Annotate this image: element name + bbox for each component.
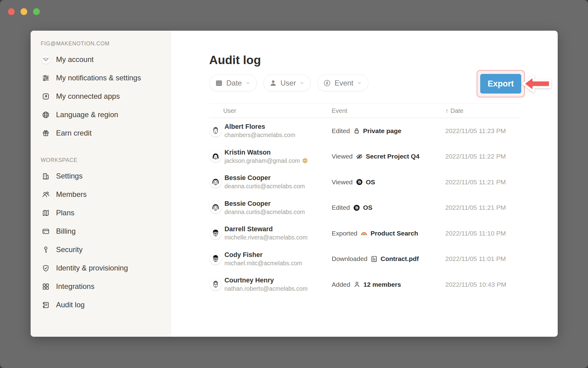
sliders-icon — [40, 74, 51, 82]
close-button[interactable] — [8, 8, 15, 15]
sidebar-item-label: Earn credit — [56, 129, 92, 137]
annotation-arrow-icon — [521, 73, 552, 94]
user-name: Albert Flores — [224, 123, 295, 131]
user-cell: Bessie Cooper deanna.curtis@acmelabs.com — [209, 174, 332, 190]
avatar — [210, 253, 221, 265]
user-avatar — [40, 56, 51, 64]
event-verb: Edited — [332, 127, 350, 135]
rainbow-icon — [360, 229, 368, 237]
chevron-down-icon — [357, 80, 362, 86]
filter-bar: Date User Event — [209, 75, 368, 91]
shield-check-icon — [40, 264, 51, 272]
user-name: Bessie Cooper — [224, 200, 305, 208]
globe-icon — [40, 111, 51, 119]
event-object: OS — [363, 204, 372, 211]
audit-log-table: User Event ↑ Date Albert Flores chambers… — [209, 103, 521, 297]
event-cell: Downloaded Contract.pdf — [332, 255, 445, 263]
date-filter-button[interactable]: Date — [209, 75, 257, 91]
user-name: Kristin Watson — [224, 149, 308, 156]
bolt-circle-icon — [323, 79, 331, 87]
user-filter-button[interactable]: User — [263, 75, 311, 91]
user-cell: Darrell Steward michelle.rivera@acmelabs… — [209, 225, 332, 241]
audit-log-panel: Audit log Date User Event — [172, 31, 558, 337]
workspace-section-heading: WORKSPACE — [41, 155, 172, 166]
minimize-button[interactable] — [21, 8, 27, 15]
sidebar-item-label: Billing — [56, 227, 76, 236]
eye-slash-icon — [356, 153, 363, 160]
sidebar-item-my-account[interactable]: My account — [31, 50, 172, 69]
sidebar-item-billing[interactable]: Billing — [31, 222, 172, 240]
chevron-down-icon — [245, 80, 251, 86]
event-object: Product Search — [371, 230, 418, 237]
user-name: Cody Fisher — [224, 251, 302, 259]
table-row: Bessie Cooper deanna.curtis@acmelabs.com… — [209, 195, 521, 221]
avatar — [210, 176, 221, 188]
sidebar-item-settings[interactable]: Settings — [31, 167, 172, 185]
table-row: Kristin Watson jackson.graham@gmail.com … — [209, 144, 521, 170]
event-cell: Edited OS — [332, 204, 445, 212]
event-date: 2022/11/05 11:01 PM — [445, 255, 521, 263]
event-cell: Exported Product Search — [332, 229, 445, 237]
table-row: Bessie Cooper deanna.curtis@acmelabs.com… — [209, 169, 521, 195]
user-name: Courtney Henry — [224, 277, 307, 284]
sidebar-item-label: Plans — [56, 209, 74, 217]
sidebar-item-label: Settings — [56, 172, 83, 180]
account-email-heading: FIG@MAKENOTION.COM — [41, 40, 172, 47]
settings-sidebar: FIG@MAKENOTION.COM My account My notific… — [31, 31, 172, 337]
chevron-down-icon — [299, 80, 304, 86]
table-row: Courtney Henry nathan.roberts@acmelabs.c… — [209, 272, 521, 297]
sidebar-item-earn-credit[interactable]: Earn credit — [31, 124, 172, 142]
event-verb: Downloaded — [332, 255, 368, 263]
column-header-event: Event — [332, 107, 445, 114]
event-date: 2022/11/05 11:21 PM — [445, 204, 521, 211]
person-icon — [269, 79, 277, 87]
sidebar-item-label: My account — [56, 55, 94, 64]
event-cell: Viewed Secret Project Q4 — [332, 153, 445, 160]
sort-ascending-icon: ↑ — [445, 107, 448, 114]
user-cell: Courtney Henry nathan.roberts@acmelabs.c… — [209, 277, 332, 292]
avatar — [210, 202, 221, 213]
column-header-date[interactable]: ↑ Date — [445, 107, 521, 114]
person-icon — [353, 281, 361, 288]
sidebar-item-connected-apps[interactable]: My connected apps — [31, 87, 172, 105]
user-cell: Cody Fisher michael.mitc@acmelabs.com — [209, 251, 332, 267]
avatar — [210, 279, 221, 290]
table-row: Cody Fisher michael.mitc@acmelabs.com Do… — [209, 246, 521, 272]
zoom-button[interactable] — [33, 8, 40, 15]
sidebar-item-integrations[interactable]: Integrations — [31, 277, 172, 296]
sidebar-item-members[interactable]: Members — [31, 185, 172, 204]
event-date: 2022/11/05 11:22 PM — [445, 153, 521, 160]
sidebar-item-label: Audit log — [56, 301, 85, 309]
scroll-icon — [40, 301, 51, 309]
event-verb: Exported — [332, 230, 357, 237]
event-filter-button[interactable]: Event — [317, 75, 368, 91]
sidebar-item-audit-log[interactable]: Audit log — [31, 296, 172, 314]
avatar — [210, 125, 221, 137]
export-highlight-annotation: Export — [477, 70, 525, 98]
sidebar-item-language-region[interactable]: Language & region — [31, 105, 172, 124]
sidebar-item-plans[interactable]: Plans — [31, 204, 172, 222]
event-cell: Viewed OS — [332, 178, 445, 186]
user-name: Darrell Steward — [224, 225, 307, 233]
user-email: nathan.roberts@acmelabs.com — [224, 285, 307, 292]
sidebar-item-security[interactable]: Security — [31, 240, 172, 259]
gift-icon — [40, 129, 51, 137]
sidebar-item-notifications-settings[interactable]: My notifications & settings — [31, 69, 172, 87]
guest-globe-icon — [302, 158, 308, 164]
window-controls — [8, 8, 40, 15]
grid-icon — [40, 282, 51, 291]
event-verb: Added — [332, 281, 350, 288]
event-date: 2022/11/05 11:23 PM — [445, 127, 521, 135]
credit-card-icon — [40, 227, 51, 236]
sidebar-item-identity-provisioning[interactable]: Identity & provisioning — [31, 259, 172, 277]
lock-icon — [353, 127, 360, 135]
event-object: Private page — [363, 127, 401, 135]
filter-label: Date — [226, 79, 242, 87]
user-email: chambers@acmelabs.com — [224, 132, 295, 139]
export-button[interactable]: Export — [480, 74, 521, 94]
avatar — [210, 228, 221, 239]
building-icon — [40, 172, 51, 180]
eight-ball-icon — [353, 204, 360, 212]
user-name: Bessie Cooper — [224, 174, 305, 182]
calendar-icon — [215, 79, 223, 87]
